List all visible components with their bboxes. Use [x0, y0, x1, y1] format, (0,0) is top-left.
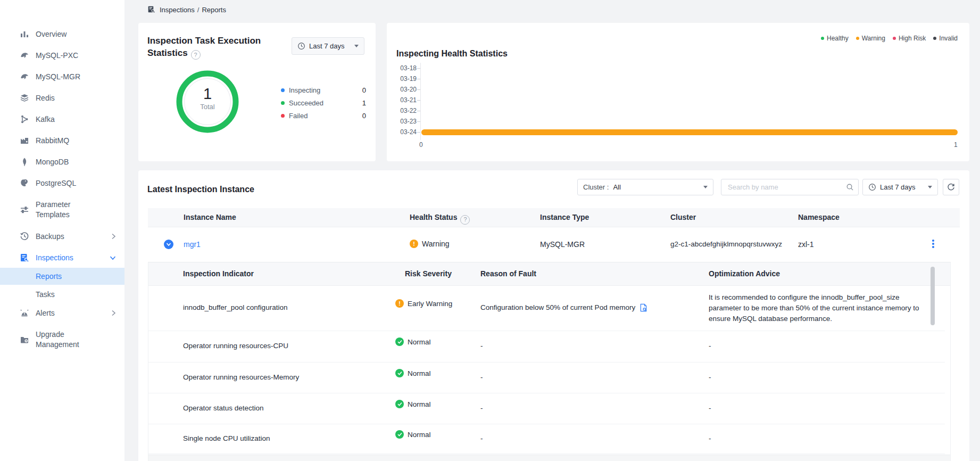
- sidebar-item-mongodb[interactable]: MongoDB: [0, 151, 124, 172]
- sidebar-item-reports[interactable]: Reports: [0, 268, 124, 285]
- legend-dot-icon: [281, 101, 285, 105]
- sidebar-item-label: Upgrade Management: [36, 330, 104, 350]
- risk-severity-badge: Normal: [395, 337, 431, 346]
- doc-search-icon[interactable]: [640, 303, 647, 312]
- y-tick-label: 03-23: [394, 116, 417, 127]
- breadcrumb-item[interactable]: Inspections: [160, 6, 195, 14]
- sidebar-item-redis[interactable]: Redis: [0, 87, 124, 109]
- card-title: Latest Inspection Instance: [147, 183, 254, 195]
- y-tick-label: 03-20: [394, 84, 417, 95]
- legend-label: Inspecting: [289, 86, 320, 94]
- legend-item-warning[interactable]: Warning: [856, 35, 885, 42]
- subtable-header: [148, 262, 950, 286]
- sidebar-item-label: Tasks: [36, 290, 55, 299]
- date-range-value: Last 7 days: [880, 183, 916, 191]
- sidebar-item-label: Inspections: [36, 253, 104, 263]
- report-search-icon: [147, 5, 156, 14]
- sidebar-item-alerts[interactable]: Alerts: [0, 302, 124, 324]
- subcolumn-reason-of-fault: Reason of Fault: [480, 262, 536, 285]
- row-actions-menu[interactable]: [931, 238, 936, 250]
- donut-chart: 1 Total: [172, 67, 243, 137]
- legend-dot-icon: [281, 114, 285, 118]
- legend-label: Warning: [862, 35, 885, 42]
- sidebar-item-backups[interactable]: Backups: [0, 226, 124, 247]
- help-icon[interactable]: [460, 215, 470, 225]
- check-icon: [395, 430, 404, 439]
- legend-label: Invalid: [939, 35, 958, 42]
- leaf-icon: [20, 157, 29, 167]
- folder-gear-icon: [20, 335, 29, 344]
- y-tick-label: 03-22: [394, 105, 417, 116]
- subtable-row: Operator status detection Normal - -: [148, 393, 945, 424]
- sidebar: Overview MySQL-PXC MySQL-MGR Redis Kafka…: [0, 0, 124, 461]
- subcolumn-optimization-advice: Optimization Advice: [709, 262, 780, 285]
- collapse-row-button[interactable]: [164, 240, 173, 249]
- legend-item-invalid[interactable]: Invalid: [933, 35, 958, 42]
- sidebar-item-label: MySQL-PXC: [36, 51, 104, 61]
- subtable-row: Single node CPU utilization Normal - -: [148, 424, 945, 454]
- sidebar-item-label: Reports: [36, 272, 62, 281]
- search-icon[interactable]: [846, 183, 854, 191]
- bar-03-24-warning[interactable]: [421, 129, 958, 135]
- column-header-cluster: Cluster: [670, 208, 696, 227]
- risk-severity-text: Normal: [408, 431, 431, 439]
- donut-center: 1 Total: [172, 86, 243, 111]
- latest-inspection-card: Latest Inspection Instance Cluster : All…: [138, 170, 969, 461]
- inspection-detail-panel: Inspection Indicator Risk Severity Reaso…: [148, 262, 951, 461]
- chevron-right-icon: [111, 310, 116, 316]
- legend-item-high-risk[interactable]: High Risk: [893, 35, 926, 42]
- risk-severity-badge: Normal: [395, 369, 431, 377]
- donut-total-label: Total: [172, 103, 243, 111]
- check-icon: [395, 369, 404, 377]
- column-header-instance-type: Instance Type: [540, 208, 589, 227]
- legend-dot-icon: [281, 88, 285, 92]
- y-axis-line: [420, 63, 421, 140]
- sliders-icon: [20, 205, 29, 215]
- sidebar-item-postgresql[interactable]: PostgreSQL: [0, 172, 124, 194]
- advice-cell: It is recommended to configure the innod…: [709, 292, 929, 324]
- column-header-instance-name: Instance Name: [184, 208, 236, 227]
- bar-chart-icon: [20, 29, 29, 39]
- sidebar-item-upgrade-management[interactable]: Upgrade Management: [0, 324, 124, 356]
- check-icon: [395, 400, 404, 408]
- sidebar-item-mysql-pxc[interactable]: MySQL-PXC: [0, 45, 124, 66]
- report-search-icon: [20, 253, 29, 262]
- date-range-select[interactable]: Last 7 days: [292, 37, 364, 55]
- search-input[interactable]: [727, 183, 846, 192]
- sidebar-item-rabbitmq[interactable]: RabbitMQ: [0, 130, 124, 151]
- indicator-cell: Single node CPU utilization: [183, 433, 270, 444]
- sidebar-item-inspections[interactable]: Inspections: [0, 247, 124, 268]
- legend-dot-icon: [821, 37, 824, 40]
- cluster-filter-select[interactable]: Cluster : All: [577, 179, 713, 195]
- warning-icon: !: [410, 240, 418, 248]
- advice-cell: -: [709, 372, 711, 383]
- help-icon[interactable]: [191, 50, 201, 60]
- instance-name-link[interactable]: mgr1: [184, 239, 201, 250]
- breadcrumb: Inspections / Reports: [147, 5, 226, 14]
- sidebar-item-label: MongoDB: [36, 157, 104, 167]
- legend-label: Failed: [289, 112, 308, 120]
- column-header-namespace: Namespace: [798, 208, 840, 227]
- sidebar-item-kafka[interactable]: Kafka: [0, 109, 124, 130]
- risk-severity-badge: Normal: [395, 400, 431, 408]
- cluster-cell: g2-c1-abcdefghijklmnopqrstuvwxyz: [670, 239, 782, 250]
- legend-dot-icon: [893, 37, 896, 40]
- chart-legend: Healthy Warning High Risk Invalid: [821, 35, 958, 42]
- card-title: Inspecting Health Statistics: [396, 47, 508, 60]
- card-title-wrap: Inspection Task Execution Statistics: [147, 35, 270, 60]
- date-range-select[interactable]: Last 7 days: [862, 179, 938, 195]
- y-tick-label: 03-24: [394, 127, 417, 137]
- legend-value: 1: [362, 99, 366, 107]
- sidebar-item-parameter-templates[interactable]: Parameter Templates: [0, 194, 124, 226]
- sidebar-item-mysql-mgr[interactable]: MySQL-MGR: [0, 66, 124, 87]
- indicator-cell: innodb_buffer_pool configuration: [183, 302, 287, 313]
- sidebar-item-overview[interactable]: Overview: [0, 23, 124, 45]
- legend-item-healthy[interactable]: Healthy: [821, 35, 849, 42]
- health-status-badge: ! Warning: [410, 240, 450, 248]
- legend-item-succeeded: Succeeded 1: [281, 99, 366, 107]
- refresh-button[interactable]: [943, 179, 959, 195]
- sidebar-item-tasks[interactable]: Tasks: [0, 286, 124, 303]
- next-row-edge: [148, 455, 950, 461]
- card-title: Inspection Task Execution Statistics: [147, 36, 261, 58]
- subtable-scrollbar-thumb[interactable]: [931, 267, 935, 325]
